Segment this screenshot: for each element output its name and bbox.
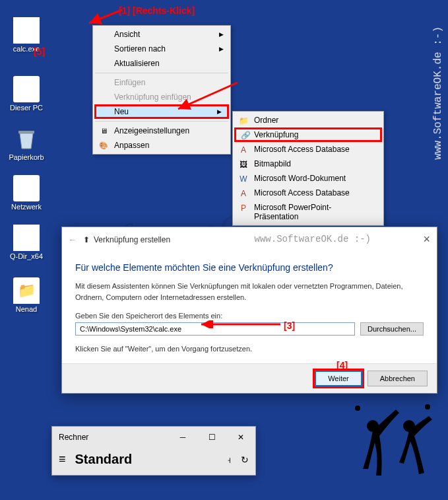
desktop-icon-qdir[interactable]: ▦ Q-Dir_x64 bbox=[3, 225, 49, 260]
desktop-icon-label: Dieser PC bbox=[3, 104, 49, 112]
powerpoint-icon: P bbox=[238, 203, 249, 213]
access-icon: A bbox=[238, 188, 249, 199]
folder-icon: 📁 bbox=[238, 116, 249, 126]
annotation-1: [1] [Rechts-Klick] bbox=[119, 5, 195, 16]
calc-title: Rechner bbox=[52, 433, 168, 442]
menu-display-settings[interactable]: 🖥Anzeigeeinstellungen bbox=[94, 124, 229, 138]
new-submenu: 📁Ordner 🔗Verknüpfung AMicrosoft Access D… bbox=[232, 111, 384, 226]
calc-icon: 🖩 bbox=[13, 17, 40, 44]
location-input[interactable] bbox=[75, 322, 355, 336]
wizard-heading: Für welche Elemente möchten Sie eine Ver… bbox=[75, 262, 424, 273]
maximize-button[interactable]: ☐ bbox=[197, 427, 226, 448]
wizard-field-label: Geben Sie den Speicherort des Elements e… bbox=[75, 312, 424, 320]
browse-button[interactable]: Durchsuchen... bbox=[360, 322, 424, 336]
display-icon: 🖥 bbox=[98, 125, 109, 136]
wizard-button-bar: Weiter Abbrechen bbox=[62, 363, 437, 393]
wizard-desc: Mit diesem Assistenten können Sie Verknü… bbox=[75, 281, 424, 303]
desktop-icon-calc[interactable]: 🖩 calc.exe bbox=[3, 17, 49, 53]
folder-icon: 📁 bbox=[13, 277, 40, 304]
submenu-access2[interactable]: AMicrosoft Access Database bbox=[234, 186, 382, 200]
next-button[interactable]: Weiter bbox=[315, 371, 362, 386]
desktop-icon-label: Papierkorb bbox=[3, 153, 49, 161]
submenu-shortcut[interactable]: 🔗Verknüpfung bbox=[234, 127, 382, 142]
desktop-context-menu: Ansicht▶ Sortieren nach▶ Aktualisieren E… bbox=[92, 25, 231, 155]
menu-paste: Einfügen bbox=[94, 75, 229, 90]
bitmap-icon: 🖼 bbox=[238, 159, 249, 170]
pc-icon: 🖥 bbox=[13, 76, 40, 102]
word-icon: W bbox=[238, 174, 249, 184]
submenu-bitmap[interactable]: 🖼Bitmapbild bbox=[234, 157, 382, 171]
dancers-silhouette bbox=[343, 403, 442, 495]
shortcut-icon: 🔗 bbox=[240, 130, 251, 141]
calculator-window: Rechner ─ ☐ ✕ ≡ Standard ⫞ ↻ bbox=[51, 426, 256, 476]
menu-view[interactable]: Ansicht▶ bbox=[94, 27, 229, 42]
menu-refresh[interactable]: Aktualisieren bbox=[94, 56, 229, 71]
minimize-button[interactable]: ─ bbox=[168, 427, 197, 448]
watermark: www.SoftwareOK.de :-) bbox=[255, 234, 371, 244]
menu-separator bbox=[95, 121, 228, 122]
recycle-bin-icon bbox=[13, 125, 40, 152]
menu-personalize[interactable]: 🎨Anpassen bbox=[94, 138, 229, 153]
desktop-icon-bin[interactable]: Papierkorb bbox=[3, 125, 49, 161]
menu-button[interactable]: ≡ bbox=[59, 452, 66, 466]
history-button[interactable]: ↻ bbox=[241, 454, 249, 465]
svg-line-1 bbox=[89, 10, 122, 23]
desktop-icon-user[interactable]: 📁 Nenad bbox=[3, 277, 49, 313]
personalize-icon: 🎨 bbox=[98, 140, 109, 151]
shortcut-icon: ⬆ bbox=[83, 235, 90, 244]
menu-new[interactable]: Neu▶ bbox=[94, 104, 229, 119]
wizard-title: Verknüpfung erstellen bbox=[94, 235, 170, 244]
desktop-icon-label: Q-Dir_x64 bbox=[3, 252, 49, 260]
submenu-word[interactable]: WMicrosoft Word-Dokument bbox=[234, 171, 382, 186]
menu-paste-link: Verknüpfung einfügen bbox=[94, 90, 229, 104]
arrow-icon bbox=[86, 7, 125, 26]
chevron-right-icon: ▶ bbox=[219, 46, 224, 52]
qdir-icon: ▦ bbox=[13, 225, 40, 251]
desktop-icon-pc[interactable]: 🖥 Dieser PC bbox=[3, 76, 49, 112]
svg-rect-0 bbox=[18, 131, 34, 133]
access-icon: A bbox=[238, 145, 249, 155]
menu-sort[interactable]: Sortieren nach▶ bbox=[94, 42, 229, 56]
svg-point-6 bbox=[355, 406, 360, 411]
wizard-title-bar: ← ⬆ Verknüpfung erstellen × bbox=[62, 227, 437, 252]
wizard-hint: Klicken Sie auf "Weiter", um den Vorgang… bbox=[75, 345, 424, 353]
desktop-icon-network[interactable]: 🖧 Netzwerk bbox=[3, 175, 49, 211]
desktop-icon-label: calc.exe bbox=[3, 45, 49, 53]
submenu-access[interactable]: AMicrosoft Access Database bbox=[234, 142, 382, 157]
close-button[interactable]: × bbox=[423, 232, 430, 246]
chevron-right-icon: ▶ bbox=[219, 31, 224, 38]
menu-separator bbox=[95, 73, 228, 73]
desktop-icon-label: Nenad bbox=[3, 305, 49, 313]
side-watermark: www.SoftwareOK.de :-) bbox=[432, 26, 444, 160]
calc-mode: Standard bbox=[75, 452, 218, 467]
chevron-right-icon: ▶ bbox=[217, 108, 222, 115]
keep-on-top-button[interactable]: ⫞ bbox=[227, 454, 232, 465]
network-icon: 🖧 bbox=[13, 175, 40, 201]
cancel-button[interactable]: Abbrechen bbox=[368, 371, 428, 386]
create-shortcut-wizard: ← ⬆ Verknüpfung erstellen × www.Software… bbox=[61, 227, 437, 394]
submenu-ppt[interactable]: PMicrosoft PowerPoint-Präsentation bbox=[234, 200, 382, 224]
svg-point-7 bbox=[425, 404, 430, 410]
desktop-icon-label: Netzwerk bbox=[3, 203, 49, 211]
back-icon[interactable]: ← bbox=[69, 235, 77, 244]
calc-titlebar: Rechner ─ ☐ ✕ bbox=[52, 427, 255, 448]
close-button[interactable]: ✕ bbox=[226, 427, 255, 448]
submenu-folder[interactable]: 📁Ordner bbox=[234, 113, 382, 127]
